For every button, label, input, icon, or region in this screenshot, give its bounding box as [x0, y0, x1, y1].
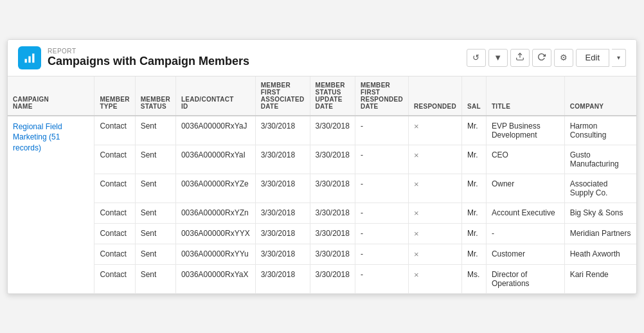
lead-contact-id-cell: 0036A00000RxYaJ: [175, 116, 255, 145]
member-type-cell: Contact: [94, 244, 135, 264]
sal-cell: Mr.: [461, 223, 486, 244]
table-row: ContactSent0036A00000RxYYX3/30/20183/30/…: [8, 223, 636, 244]
table-body: Regional Field Marketing (51 records)Con…: [8, 116, 636, 294]
report-title: Campaigns with Campaign Members: [48, 55, 249, 68]
title-cell: Owner: [486, 174, 564, 203]
svg-rect-2: [32, 53, 34, 62]
company-cell: Kari Rende: [564, 264, 636, 293]
bar-chart-icon: [23, 51, 36, 64]
title-cell: Customer: [486, 244, 564, 264]
caret-down-icon: ▾: [617, 54, 620, 61]
table-header-row: CAMPAIGNNAME MEMBERTYPE MEMBERSTATUS LEA…: [8, 76, 636, 116]
share-icon: [515, 52, 524, 63]
member-first-assoc-date-cell: 3/30/2018: [255, 145, 310, 174]
member-status-cell: Sent: [135, 116, 175, 145]
member-type-cell: Contact: [94, 203, 135, 223]
member-status-update-date-cell: 3/30/2018: [310, 223, 355, 244]
campaign-name-cell[interactable]: Regional Field Marketing (51 records): [8, 116, 94, 294]
member-first-assoc-date-cell: 3/30/2018: [255, 116, 310, 145]
responded-cell: ×: [408, 244, 461, 264]
member-first-assoc-date-cell: 3/30/2018: [255, 203, 310, 223]
title-cell: Account Executive: [486, 203, 564, 223]
responded-cell: ×: [408, 116, 461, 145]
header-left: REPORT Campaigns with Campaign Members: [18, 46, 249, 69]
col-sal: SAL: [461, 76, 486, 116]
member-first-assoc-date-cell: 3/30/2018: [255, 264, 310, 293]
svg-rect-1: [28, 56, 30, 62]
col-campaign-name: CAMPAIGNNAME: [8, 76, 94, 116]
title-cell: -: [486, 223, 564, 244]
lead-contact-id-cell: 0036A00000RxYZn: [175, 203, 255, 223]
report-subtitle: REPORT: [48, 48, 249, 55]
edit-caret-button[interactable]: ▾: [612, 49, 626, 67]
table-row: ContactSent0036A00000RxYaX3/30/20183/30/…: [8, 264, 636, 293]
sal-cell: Mr.: [461, 174, 486, 203]
col-member-status-update-date: MEMBERSTATUSUPDATEDATE: [310, 76, 355, 116]
filter-button[interactable]: ▼: [488, 49, 508, 67]
company-cell: Associated Supply Co.: [564, 174, 636, 203]
member-first-assoc-date-cell: 3/30/2018: [255, 244, 310, 264]
reload-button[interactable]: [532, 49, 551, 67]
x-mark: ×: [414, 179, 419, 189]
responded-cell: ×: [408, 203, 461, 223]
member-type-cell: Contact: [94, 145, 135, 174]
member-type-cell: Contact: [94, 116, 135, 145]
sal-cell: Mr.: [461, 244, 486, 264]
col-member-type: MEMBERTYPE: [94, 76, 135, 116]
lead-contact-id-cell: 0036A00000RxYYX: [175, 223, 255, 244]
refresh-button[interactable]: ↺: [467, 49, 486, 67]
title-cell: Director of Operations: [486, 264, 564, 293]
x-mark: ×: [414, 270, 419, 280]
report-header: REPORT Campaigns with Campaign Members ↺…: [8, 40, 636, 76]
member-first-responded-date-cell: -: [355, 223, 408, 244]
member-first-assoc-date-cell: 3/30/2018: [255, 174, 310, 203]
settings-icon: ⚙: [560, 53, 568, 62]
share-button[interactable]: [510, 49, 530, 67]
member-status-cell: Sent: [135, 244, 175, 264]
header-title-block: REPORT Campaigns with Campaign Members: [48, 48, 249, 68]
member-type-cell: Contact: [94, 264, 135, 293]
member-first-assoc-date-cell: 3/30/2018: [255, 223, 310, 244]
header-actions: ↺ ▼: [467, 49, 626, 67]
member-first-responded-date-cell: -: [355, 264, 408, 293]
svg-rect-0: [25, 59, 27, 62]
edit-button[interactable]: Edit: [576, 49, 609, 67]
col-member-first-assoc-date: MEMBERFIRSTASSOCIATEDDATE: [255, 76, 310, 116]
refresh-icon: ↺: [472, 53, 479, 62]
col-company: COMPANY: [564, 76, 636, 116]
report-table-container: CAMPAIGNNAME MEMBERTYPE MEMBERSTATUS LEA…: [8, 76, 636, 294]
member-first-responded-date-cell: -: [355, 116, 408, 145]
member-status-update-date-cell: 3/30/2018: [310, 116, 355, 145]
settings-button[interactable]: ⚙: [554, 49, 573, 67]
lead-contact-id-cell: 0036A00000RxYYu: [175, 244, 255, 264]
col-responded: RESPONDED: [408, 76, 461, 116]
table-row: ContactSent0036A00000RxYYu3/30/20183/30/…: [8, 244, 636, 264]
member-first-responded-date-cell: -: [355, 244, 408, 264]
member-status-cell: Sent: [135, 174, 175, 203]
member-first-responded-date-cell: -: [355, 174, 408, 203]
company-cell: Big Sky & Sons: [564, 203, 636, 223]
member-status-update-date-cell: 3/30/2018: [310, 244, 355, 264]
col-title: TITLE: [486, 76, 564, 116]
member-status-update-date-cell: 3/30/2018: [310, 203, 355, 223]
responded-cell: ×: [408, 174, 461, 203]
member-status-cell: Sent: [135, 264, 175, 293]
company-cell: Harmon Consulting: [564, 116, 636, 145]
x-mark: ×: [414, 122, 419, 131]
x-mark: ×: [414, 150, 419, 160]
responded-cell: ×: [408, 264, 461, 293]
col-member-status: MEMBERSTATUS: [135, 76, 175, 116]
col-lead-contact-id: LEAD/CONTACTID: [175, 76, 255, 116]
table-row: Regional Field Marketing (51 records)Con…: [8, 116, 636, 145]
x-mark: ×: [414, 249, 419, 259]
member-status-update-date-cell: 3/30/2018: [310, 264, 355, 293]
sal-cell: Mr.: [461, 145, 486, 174]
sal-cell: Mr.: [461, 116, 486, 145]
reload-icon: [537, 53, 546, 63]
member-status-cell: Sent: [135, 145, 175, 174]
company-cell: Heath Axworth: [564, 244, 636, 264]
title-cell: CEO: [486, 145, 564, 174]
member-type-cell: Contact: [94, 174, 135, 203]
responded-cell: ×: [408, 145, 461, 174]
table-row: ContactSent0036A00000RxYaI3/30/20183/30/…: [8, 145, 636, 174]
